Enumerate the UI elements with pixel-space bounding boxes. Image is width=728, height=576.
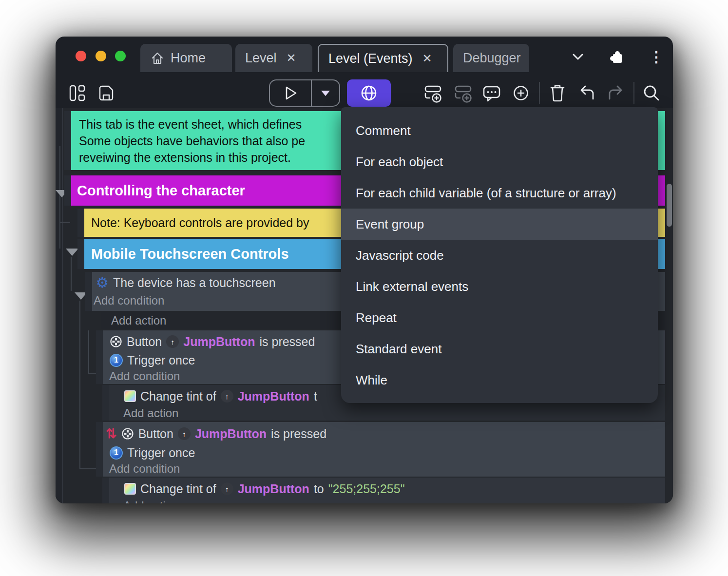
condition-predicate: is pressed (271, 427, 326, 441)
extensions-puzzle-icon[interactable] (607, 48, 625, 66)
action-change-tint-white[interactable]: Change tint of ↑ JumpButton to "255;255;… (109, 478, 665, 503)
menu-item-event-group[interactable]: Event group (341, 209, 658, 240)
object-thumbnail-icon: ↑ (178, 427, 191, 440)
event-drag-handle[interactable] (64, 111, 71, 170)
event-drag-handle[interactable] (96, 422, 103, 477)
gamepad-button-icon (121, 427, 134, 440)
condition-text: The device has a touchscreen (113, 276, 276, 290)
tree-guide-tick (88, 373, 96, 374)
menu-item-javascript-code[interactable]: Javascript code (341, 240, 658, 271)
event-drag-handle[interactable] (102, 385, 109, 421)
event-drag-handle[interactable] (77, 239, 84, 269)
condition-object: Button (127, 335, 162, 349)
layout-icon (68, 83, 87, 103)
panels-layout-button[interactable] (68, 79, 87, 107)
group-title: Mobile Touchscreen Controls (91, 246, 289, 262)
add-comment-button[interactable] (480, 79, 503, 107)
object-name: JumpButton (238, 389, 309, 403)
menu-item-link-external-events[interactable]: Link external events (341, 271, 658, 302)
menu-item-for-each-child-variable[interactable]: For each child variable (of a structure … (341, 177, 658, 209)
add-subevent-icon (453, 83, 474, 103)
add-something-button[interactable] (510, 79, 532, 107)
home-icon (150, 51, 165, 65)
save-button[interactable] (96, 79, 116, 107)
event-drag-handle[interactable] (77, 209, 84, 237)
event-jumpbutton-pressed-inverted[interactable]: ⇅ Button ↑ JumpButton is pressed 1 (103, 422, 665, 477)
close-window-button[interactable] (76, 51, 86, 61)
play-preview-button[interactable] (270, 85, 311, 101)
add-action-link[interactable]: Add action (123, 406, 178, 420)
tint-color-icon (124, 483, 136, 495)
redo-button[interactable] (605, 79, 627, 107)
condition-predicate: is pressed (259, 335, 315, 349)
tab-level-events[interactable]: Level (Events) ✕ (318, 44, 448, 72)
divider (539, 82, 540, 104)
collapse-group-arrow[interactable] (66, 249, 78, 256)
add-condition-link[interactable]: Add condition (94, 294, 164, 307)
menu-item-repeat[interactable]: Repeat (341, 302, 658, 333)
tree-guide-tick (79, 468, 96, 469)
save-icon (97, 83, 115, 103)
vertical-scrollbar[interactable] (667, 184, 672, 227)
tree-guide-line (71, 257, 72, 291)
object-thumbnail-icon: ↑ (166, 335, 179, 348)
add-action-link[interactable]: Add action (123, 499, 178, 503)
event-drag-handle[interactable] (64, 175, 71, 206)
action-string-value: "255;255;255" (328, 482, 405, 496)
app-window: Home Level ✕ Level (Events) ✕ Debugger (56, 37, 673, 503)
preview-options-dropdown[interactable] (312, 91, 339, 96)
menu-item-for-each-object[interactable]: For each object (341, 146, 658, 177)
tint-color-icon (124, 390, 136, 402)
menu-item-standard-event[interactable]: Standard event (341, 333, 658, 365)
tab-home[interactable]: Home (140, 44, 232, 72)
maximize-window-button[interactable] (115, 51, 126, 61)
delete-button[interactable] (547, 79, 568, 107)
action-text-tail: t (314, 389, 317, 403)
search-icon (641, 83, 662, 103)
tab-home-label: Home (171, 51, 206, 66)
action-text: Change tint of (140, 389, 216, 403)
close-icon[interactable]: ✕ (287, 51, 296, 65)
tree-guide-line (79, 301, 80, 469)
chevron-down-icon[interactable] (571, 51, 585, 63)
overflow-menu-icon[interactable]: ⋮ (649, 48, 664, 65)
event-drag-handle[interactable] (85, 272, 92, 311)
preview-button-group (269, 79, 340, 107)
event-drag-handle[interactable] (102, 478, 109, 503)
tab-level-label: Level (245, 51, 277, 66)
close-icon[interactable]: ✕ (422, 52, 432, 65)
add-event-button[interactable] (422, 79, 444, 107)
trigger-once-icon: 1 (110, 354, 123, 367)
add-action-link[interactable]: Add action (111, 314, 166, 327)
add-subevent-button[interactable] (452, 79, 475, 107)
comment-bubble-icon (481, 83, 502, 103)
inverted-condition-icon: ⇅ (106, 427, 117, 441)
caret-down-icon (321, 91, 330, 96)
menu-item-comment[interactable]: Comment (341, 115, 658, 146)
object-name: JumpButton (238, 482, 309, 496)
object-name: JumpButton (195, 427, 267, 441)
tab-debugger[interactable]: Debugger (453, 44, 529, 72)
globe-icon (358, 82, 380, 104)
search-button[interactable] (640, 79, 663, 107)
plus-circle-icon (511, 83, 531, 103)
event-drag-handle[interactable] (96, 330, 103, 384)
network-preview-button[interactable] (347, 79, 391, 107)
object-name: JumpButton (183, 335, 255, 349)
tab-level[interactable]: Level ✕ (235, 44, 312, 72)
note-text: Note: Keyboard controls are provided by (91, 216, 309, 230)
undo-button[interactable] (576, 79, 597, 107)
menu-item-while[interactable]: While (341, 365, 658, 396)
condition-text: Trigger once (127, 353, 195, 367)
minimize-window-button[interactable] (96, 51, 106, 61)
add-event-icon (423, 83, 443, 103)
trigger-once-icon: 1 (110, 446, 123, 460)
screen: Home Level ✕ Level (Events) ✕ Debugger (0, 0, 728, 576)
action-text: to (314, 482, 324, 496)
add-condition-link[interactable]: Add condition (109, 369, 180, 383)
tree-guide-line (88, 330, 89, 374)
add-condition-link[interactable]: Add condition (109, 462, 180, 476)
tab-level-events-label: Level (Events) (328, 51, 413, 66)
undo-icon (577, 83, 596, 103)
tab-debugger-label: Debugger (463, 51, 521, 66)
